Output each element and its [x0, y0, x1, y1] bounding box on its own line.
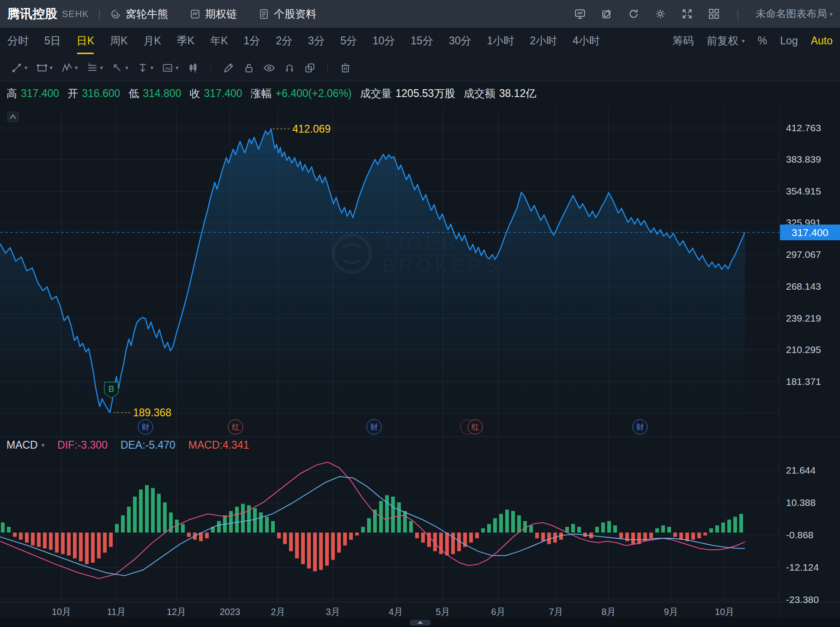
bottom-scrollbar[interactable]	[0, 618, 840, 627]
x-axis-label: 9月	[664, 607, 678, 617]
trash-icon	[339, 62, 351, 74]
candle-tool[interactable]	[187, 62, 199, 74]
candlestick-icon	[187, 62, 199, 74]
timeframe-item-3分[interactable]: 3分	[308, 28, 325, 54]
macd-histogram-bar	[337, 533, 341, 553]
timeframe-item-5日[interactable]: 5日	[44, 28, 61, 54]
shape-tool[interactable]: ▾	[36, 62, 53, 74]
macd-name: MACD	[6, 439, 38, 451]
chips-button[interactable]: 筹码	[672, 34, 694, 48]
chevron-down-icon: ▾	[151, 64, 154, 71]
magnet-tool[interactable]	[284, 62, 296, 74]
x-axis-label: 5月	[435, 607, 450, 617]
high-label: 高	[6, 86, 17, 101]
x-axis-label: 6月	[491, 607, 505, 617]
chart-window-icon[interactable]	[574, 8, 586, 20]
macd-histogram-bar	[475, 533, 479, 538]
dif-line	[0, 462, 745, 578]
draw-mode-tool[interactable]	[223, 62, 235, 74]
timeframe-item-月K[interactable]: 月K	[143, 28, 161, 54]
timeframe-item-季K[interactable]: 季K	[177, 28, 194, 54]
macd-histogram-bar	[631, 533, 635, 544]
arrow-tool[interactable]: ▾	[111, 62, 128, 74]
timeframe-item-2分[interactable]: 2分	[276, 28, 292, 54]
timeframe-item-1小时[interactable]: 1小时	[487, 28, 514, 54]
timeframe-item-4小时[interactable]: 4小时	[573, 28, 600, 54]
fullscreen-icon[interactable]	[681, 8, 693, 20]
macd-histogram-bar	[601, 523, 605, 533]
visibility-tool[interactable]	[263, 62, 275, 74]
lock-icon	[243, 62, 255, 74]
buy-marker-label: B	[109, 384, 115, 394]
macd-histogram-bar	[79, 533, 83, 561]
macd-histogram-bar	[619, 533, 623, 538]
change-label: 涨幅	[251, 86, 272, 101]
timeframe-list: 分时5日日K周K月K季K年K1分2分3分5分10分15分30分1小时2小时4小时	[7, 28, 600, 54]
x-axis-label: 10月	[52, 607, 71, 617]
macd-histogram-bar	[127, 507, 131, 533]
settings-gear-icon[interactable]	[654, 8, 666, 20]
timeframe-item-10分[interactable]: 10分	[373, 28, 395, 54]
menu-stock-info[interactable]: 个股资料	[258, 7, 316, 21]
macd-histogram-bar	[721, 523, 725, 533]
macd-histogram-bar	[655, 528, 659, 532]
macd-axis-label: -12.124	[786, 562, 819, 572]
price-macd-chart[interactable]: TIGER BROKERS 10月11月12月20232月3月4月5月6月7月8…	[0, 105, 840, 627]
wave-pattern-icon	[61, 62, 73, 74]
menu-options-chain[interactable]: 期权链	[189, 7, 237, 21]
menu-warrants[interactable]: 窝轮牛熊	[110, 7, 168, 21]
volume-value: 1205.53万股	[396, 86, 455, 101]
macd-axis-label: -0.868	[786, 530, 814, 540]
stock-info-icon	[258, 8, 270, 20]
duplicate-tool[interactable]	[304, 62, 316, 74]
warrants-icon	[110, 8, 121, 20]
price-axis-label: 210.295	[786, 344, 821, 355]
pattern-tool[interactable]: ▾	[61, 62, 78, 74]
edit-icon[interactable]	[601, 8, 613, 20]
adjust-type-dropdown[interactable]: 前复权 ▾	[707, 34, 745, 48]
svg-text:Aa: Aa	[165, 66, 171, 71]
grid-layout-icon[interactable]	[708, 8, 720, 20]
timeframe-item-1分[interactable]: 1分	[244, 28, 260, 54]
layout-name-dropdown[interactable]: 未命名图表布局 ▾	[755, 7, 833, 21]
macd-histogram-bar	[505, 510, 509, 533]
timeframe-item-30分[interactable]: 30分	[449, 28, 471, 54]
macd-selector[interactable]: MACD▾	[6, 439, 44, 451]
close-value: 317.400	[204, 87, 242, 100]
measure-tool[interactable]: ▾	[137, 62, 154, 74]
timeframe-item-周K[interactable]: 周K	[110, 28, 127, 54]
timeframe-item-5分[interactable]: 5分	[340, 28, 357, 54]
delete-tool[interactable]	[339, 62, 351, 74]
timeframe-item-2小时[interactable]: 2小时	[530, 28, 557, 54]
menu-stock-info-label: 个股资料	[274, 7, 316, 21]
collapse-pane-button[interactable]	[7, 112, 18, 122]
event-marker-label: 财	[636, 423, 644, 432]
refresh-icon[interactable]	[628, 8, 640, 20]
macd-histogram-bar	[109, 533, 113, 547]
timeframe-item-15分[interactable]: 15分	[411, 28, 433, 54]
event-marker-label: 红	[232, 423, 240, 432]
timeframe-item-日K[interactable]: 日K	[77, 28, 94, 54]
chevron-down-icon: ▾	[50, 64, 53, 71]
chevron-down-icon: ▾	[100, 64, 103, 71]
x-axis-label: 8月	[601, 607, 616, 617]
macd-histogram-bar	[661, 525, 665, 533]
macd-histogram-bar	[391, 497, 395, 533]
divider: |	[98, 8, 101, 20]
macd-histogram-bar	[679, 533, 683, 540]
timeframe-item-分时[interactable]: 分时	[7, 28, 29, 54]
auto-scale-button[interactable]: Auto	[811, 35, 833, 47]
macd-histogram-bar	[133, 497, 137, 533]
high-value: 317.400	[21, 87, 59, 100]
macd-histogram-bar	[259, 512, 263, 533]
log-scale-button[interactable]: Log	[780, 35, 798, 47]
chart-area[interactable]: TIGER BROKERS 10月11月12月20232月3月4月5月6月7月8…	[0, 105, 840, 627]
lock-tool[interactable]	[243, 62, 255, 74]
text-tool[interactable]: Aa▾	[162, 62, 179, 74]
macd-histogram-bar	[607, 521, 611, 533]
percent-scale-button[interactable]: %	[758, 35, 767, 47]
timeframe-item-年K[interactable]: 年K	[210, 28, 228, 54]
trendline-tool[interactable]: ▾	[11, 62, 28, 74]
gann-tool[interactable]: G▾	[86, 62, 103, 74]
min-price-label: 189.368	[133, 407, 171, 419]
